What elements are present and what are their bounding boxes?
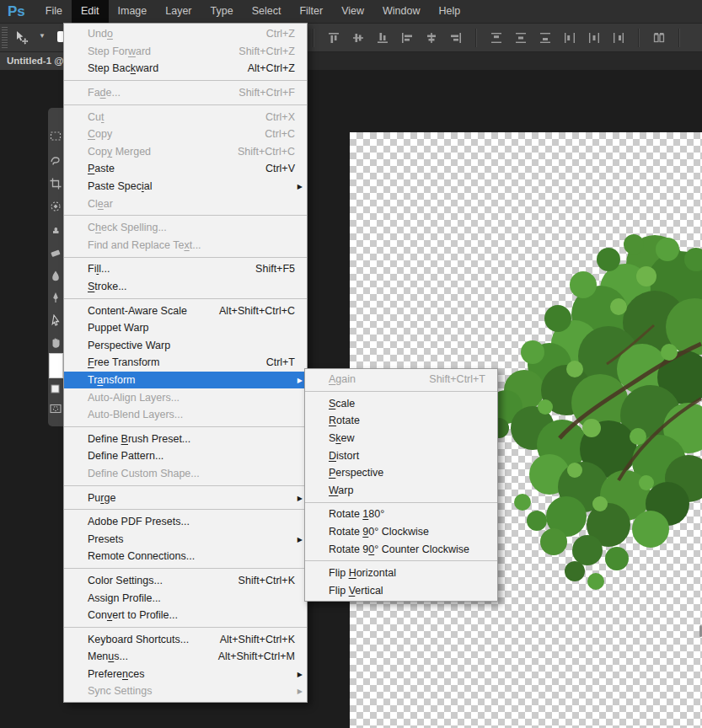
- menubar-item-select[interactable]: Select: [243, 0, 291, 23]
- distribute-top-edges-icon[interactable]: [490, 31, 503, 45]
- align-horizontal-centers-icon[interactable]: [425, 31, 438, 45]
- crop-tool-icon[interactable]: [50, 178, 62, 190]
- menubar-item-window[interactable]: Window: [373, 0, 429, 23]
- menu-item-label: Paste: [88, 163, 115, 174]
- tree-image: [474, 226, 702, 597]
- menu-item-paste-special[interactable]: Paste Special▶: [64, 178, 307, 195]
- menubar-item-layer[interactable]: Layer: [156, 0, 201, 23]
- blur-tool-icon[interactable]: [50, 270, 62, 281]
- menu-item-convert-to-profile[interactable]: Convert to Profile...: [64, 607, 307, 624]
- tool-preset-caret-icon[interactable]: ▼: [39, 32, 46, 40]
- menu-item-define-pattern[interactable]: Define Pattern...: [64, 447, 307, 465]
- menu-item-color-settings[interactable]: Color Settings...Shift+Ctrl+K: [64, 572, 307, 590]
- menubar-item-image[interactable]: Image: [109, 0, 157, 23]
- menu-item-flip-vertical[interactable]: Flip Vertical: [305, 582, 497, 600]
- menu-item-shortcut: Alt+Ctrl+Z: [233, 62, 295, 74]
- menubar-item-filter[interactable]: Filter: [290, 0, 332, 23]
- menu-item-remote-connections[interactable]: Remote Connections...: [64, 548, 307, 565]
- panel-gripper-handle[interactable]: [2, 27, 8, 48]
- menu-item-shortcut: Shift+Ctrl+Z: [223, 46, 295, 57]
- menubar-item-help[interactable]: Help: [430, 0, 470, 23]
- align-vertical-centers-icon[interactable]: [351, 31, 365, 45]
- menu-item-stroke[interactable]: Stroke...: [64, 278, 307, 296]
- hand-tool-icon[interactable]: [50, 336, 62, 348]
- menu-item-transform[interactable]: Transform▶: [64, 372, 307, 389]
- quick-mask-mode-icon[interactable]: [50, 403, 62, 415]
- menu-item-rotate[interactable]: Rotate: [305, 412, 497, 430]
- lasso-tool-icon[interactable]: [50, 155, 62, 167]
- menubar-item-view[interactable]: View: [332, 0, 373, 23]
- spot-healing-brush-tool-icon[interactable]: [50, 201, 62, 212]
- menu-item-rotate-90-clockwise[interactable]: Rotate 90° Clockwise: [305, 523, 497, 541]
- menu-item-rotate-90-counter-clockwise[interactable]: Rotate 90° Counter Clockwise: [305, 540, 497, 558]
- distribute-vertical-centers-icon[interactable]: [514, 31, 528, 45]
- menu-item-shortcut: Ctrl+V: [250, 163, 295, 174]
- auto-align-layers-icon[interactable]: [652, 31, 666, 45]
- toolbar-separator: [475, 29, 477, 47]
- menu-item-define-brush-preset[interactable]: Define Brush Preset...: [64, 430, 307, 447]
- menu-item-paste[interactable]: PasteCtrl+V: [64, 160, 307, 178]
- menu-item-rotate-180[interactable]: Rotate 180°: [305, 506, 497, 523]
- menu-item-label: Puppet Warp: [88, 322, 149, 334]
- menu-item-skew[interactable]: Skew: [305, 430, 497, 447]
- align-top-edges-icon[interactable]: [327, 31, 340, 45]
- menu-item-auto-align-layers: Auto-Align Layers...: [64, 388, 307, 406]
- menu-item-flip-horizontal[interactable]: Flip Horizontal: [305, 565, 497, 582]
- menubar-item-type[interactable]: Type: [201, 0, 243, 23]
- background-color-swatch-icon[interactable]: [50, 383, 62, 395]
- toolbar-separator: [638, 29, 640, 47]
- menu-item-keyboard-shortcuts[interactable]: Keyboard Shortcuts...Alt+Shift+Ctrl+K: [64, 630, 307, 648]
- menu-item-undo: UndoCtrl+Z: [64, 25, 307, 43]
- menu-item-label: Flip Horizontal: [329, 567, 396, 579]
- align-right-edges-icon[interactable]: [449, 31, 463, 45]
- eraser-tool-icon[interactable]: [50, 247, 62, 259]
- menu-item-find-and-replace-text: Find and Replace Text...: [64, 237, 307, 254]
- distribute-left-edges-icon[interactable]: [563, 31, 576, 45]
- align-bottom-edges-icon[interactable]: [376, 31, 389, 45]
- menu-item-label: Fade...: [88, 87, 121, 99]
- menu-item-label: Flip Vertical: [329, 585, 383, 597]
- menu-item-label: Clear: [88, 198, 113, 210]
- menu-item-scale[interactable]: Scale: [305, 395, 497, 413]
- menu-item-label: Perspective: [329, 467, 383, 479]
- menu-item-adobe-pdf-presets[interactable]: Adobe PDF Presets...: [64, 513, 307, 531]
- menu-item-label: Step Forward: [88, 46, 151, 57]
- menu-item-label: Convert to Profile...: [88, 609, 178, 621]
- menu-item-presets[interactable]: Presets▶: [64, 530, 307, 548]
- align-left-edges-icon[interactable]: [400, 31, 414, 45]
- distribute-right-edges-icon[interactable]: [612, 31, 625, 45]
- menu-item-content-aware-scale[interactable]: Content-Aware ScaleAlt+Shift+Ctrl+C: [64, 302, 307, 319]
- menu-item-warp[interactable]: Warp: [305, 482, 497, 500]
- distribute-horizontal-centers-icon[interactable]: [587, 31, 601, 45]
- menu-item-label: Again: [329, 373, 356, 385]
- menu-item-purge[interactable]: Purge▶: [64, 489, 307, 506]
- menubar-item-file[interactable]: File: [36, 0, 72, 23]
- clone-stamp-tool-icon[interactable]: [50, 224, 62, 236]
- move-tool-icon[interactable]: [13, 29, 29, 45]
- menubar-item-edit[interactable]: Edit: [72, 0, 109, 23]
- menu-item-fill[interactable]: Fill...Shift+F5: [64, 260, 307, 278]
- menu-item-preferences[interactable]: Preferences▶: [64, 666, 307, 683]
- menu-item-shortcut: Alt+Shift+Ctrl+C: [204, 305, 295, 317]
- menu-item-shortcut: Shift+F5: [240, 263, 295, 275]
- rectangular-marquee-tool-icon[interactable]: [50, 131, 62, 142]
- menu-item-shortcut: Shift+Ctrl+C: [222, 146, 295, 158]
- menu-item-label: Define Pattern...: [88, 450, 163, 462]
- menu-item-label: Distort: [329, 450, 359, 462]
- menu-item-free-transform[interactable]: Free TransformCtrl+T: [64, 354, 307, 372]
- direct-selection-tool-icon[interactable]: [50, 314, 62, 326]
- menu-item-distort[interactable]: Distort: [305, 447, 497, 464]
- menu-item-puppet-warp[interactable]: Puppet Warp: [64, 319, 307, 337]
- menu-item-shortcut: Ctrl+Z: [251, 28, 295, 40]
- pen-tool-icon[interactable]: [50, 292, 62, 303]
- menu-item-label: Undo: [88, 28, 113, 40]
- menu-item-perspective-warp[interactable]: Perspective Warp: [64, 337, 307, 355]
- menu-item-assign-profile[interactable]: Assign Profile...: [64, 589, 307, 607]
- distribute-bottom-edges-icon[interactable]: [539, 31, 552, 45]
- submenu-arrow-icon: ▶: [297, 494, 303, 501]
- menu-item-perspective[interactable]: Perspective: [305, 464, 497, 482]
- foreground-color-swatch-icon[interactable]: [50, 354, 62, 377]
- menu-item-menus[interactable]: Menus...Alt+Shift+Ctrl+M: [64, 648, 307, 666]
- menu-item-step-backward[interactable]: Step BackwardAlt+Ctrl+Z: [64, 60, 307, 78]
- submenu-arrow-icon: ▶: [297, 183, 303, 190]
